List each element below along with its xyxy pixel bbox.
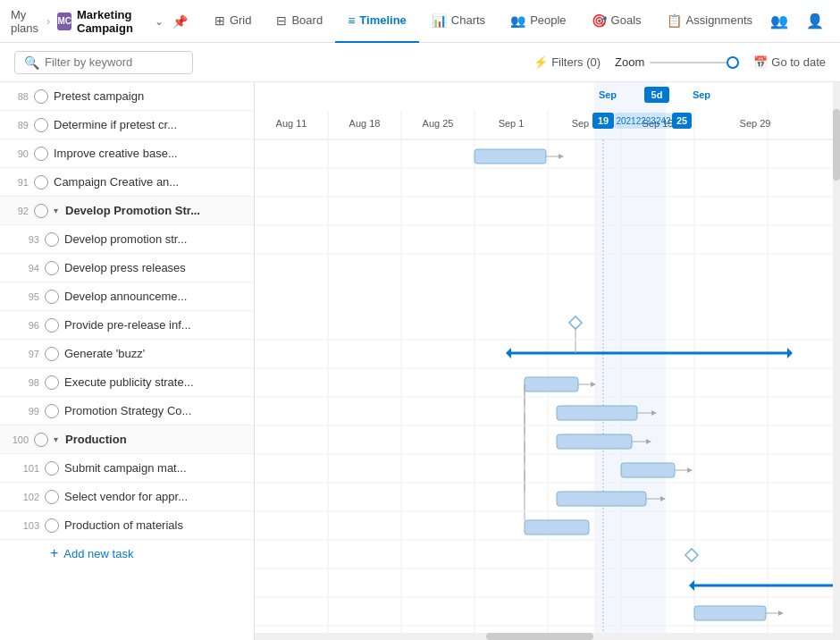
task-name: Pretest campaign bbox=[54, 89, 247, 103]
people-icon: 👥 bbox=[510, 13, 525, 28]
task-row[interactable]: 102 Select vendor for appr... bbox=[0, 483, 254, 511]
task-number: 89 bbox=[7, 120, 29, 131]
task-row[interactable]: 97 Generate 'buzz' bbox=[0, 340, 254, 368]
svg-text:5d: 5d bbox=[651, 89, 663, 100]
tab-goals[interactable]: 🎯 Goals bbox=[579, 0, 654, 43]
task-status-circle[interactable] bbox=[34, 175, 48, 189]
tab-grid-label: Grid bbox=[230, 13, 252, 27]
task-status-circle[interactable] bbox=[45, 290, 59, 304]
scrollbar-thumb[interactable] bbox=[833, 109, 840, 181]
task-name: Develop press releases bbox=[64, 261, 247, 274]
svg-rect-27 bbox=[475, 149, 546, 164]
tab-timeline[interactable]: ≡ Timeline bbox=[335, 0, 419, 43]
breadcrumb: My plans › MC Marketing Campaign ⌄ 📌 bbox=[11, 8, 188, 35]
filter-label: Filters (0) bbox=[551, 55, 601, 69]
task-status-circle[interactable] bbox=[34, 118, 48, 132]
zoom-slider-thumb[interactable] bbox=[727, 56, 739, 69]
task-status-circle[interactable] bbox=[34, 89, 48, 104]
chevron-down-icon[interactable]: ⌄ bbox=[155, 15, 164, 28]
tab-board[interactable]: ⊟ Board bbox=[264, 0, 335, 43]
horizontal-scrollbar[interactable] bbox=[255, 633, 833, 640]
task-name: Production of materials bbox=[64, 518, 247, 532]
task-row[interactable]: 99 Promotion Strategy Co... bbox=[0, 397, 254, 425]
breadcrumb-parent[interactable]: My plans bbox=[11, 8, 39, 35]
task-row[interactable]: 92 ▾ Develop Promotion Str... bbox=[0, 197, 254, 225]
task-number: 101 bbox=[18, 463, 39, 474]
tab-timeline-label: Timeline bbox=[359, 13, 407, 27]
svg-text:Sep 1: Sep 1 bbox=[499, 118, 525, 129]
task-name: Develop promotion str... bbox=[64, 232, 247, 246]
svg-text:Aug 18: Aug 18 bbox=[349, 118, 381, 129]
task-status-circle[interactable] bbox=[45, 461, 59, 476]
task-row[interactable]: 93 Develop promotion str... bbox=[0, 225, 254, 254]
task-number: 99 bbox=[18, 406, 39, 417]
filter-icon: ⚡ bbox=[533, 55, 548, 69]
task-row[interactable]: 98 Execute publicity strate... bbox=[0, 368, 254, 397]
task-row[interactable]: 103 Production of materials bbox=[0, 511, 254, 540]
task-row[interactable]: 88 Pretest campaign bbox=[0, 82, 254, 111]
task-row[interactable]: 89 Determine if pretest cr... bbox=[0, 111, 254, 139]
tab-people[interactable]: 👥 People bbox=[498, 0, 578, 43]
task-status-circle[interactable] bbox=[34, 204, 48, 218]
zoom-label: Zoom bbox=[615, 55, 644, 69]
pin-icon[interactable]: 📌 bbox=[172, 14, 188, 29]
task-status-circle[interactable] bbox=[45, 375, 59, 390]
svg-rect-34 bbox=[525, 377, 578, 392]
goto-date-button[interactable]: 📅 Go to date bbox=[753, 55, 826, 69]
task-row[interactable]: 96 Provide pre-release inf... bbox=[0, 311, 254, 340]
task-number: 94 bbox=[18, 263, 39, 274]
collapse-icon[interactable]: ▾ bbox=[54, 206, 58, 215]
account-button[interactable]: 👤 bbox=[801, 7, 829, 36]
tab-charts[interactable]: 📊 Charts bbox=[419, 0, 498, 43]
svg-text:19: 19 bbox=[598, 115, 609, 126]
collapse-icon[interactable]: ▾ bbox=[54, 434, 58, 444]
share-button[interactable]: 👥 bbox=[765, 7, 794, 36]
task-row[interactable]: 90 Improve creative base... bbox=[0, 139, 254, 168]
task-status-circle[interactable] bbox=[34, 433, 48, 447]
svg-text:20212223242: 20212223242 bbox=[616, 116, 671, 126]
tab-grid[interactable]: ⊞ Grid bbox=[202, 0, 265, 43]
task-row[interactable]: 94 Develop press releases bbox=[0, 254, 254, 282]
task-status-circle[interactable] bbox=[45, 518, 59, 533]
task-row[interactable]: 100 ▾ Production bbox=[0, 425, 254, 454]
task-number: 102 bbox=[18, 492, 39, 502]
tab-board-label: Board bbox=[291, 13, 323, 27]
task-row[interactable]: 101 Submit campaign mat... bbox=[0, 454, 254, 483]
add-task-button[interactable]: + Add new task bbox=[0, 540, 254, 567]
svg-marker-56 bbox=[778, 611, 784, 616]
assignments-icon: 📋 bbox=[667, 13, 682, 28]
task-name: Campaign Creative an... bbox=[54, 175, 247, 189]
task-row[interactable]: 91 Campaign Creative an... bbox=[0, 168, 254, 197]
svg-marker-33 bbox=[787, 348, 793, 358]
goto-label: Go to date bbox=[771, 55, 826, 69]
task-number: 90 bbox=[7, 148, 29, 159]
svg-rect-37 bbox=[557, 406, 637, 420]
task-status-circle[interactable] bbox=[45, 404, 59, 418]
task-row[interactable]: 95 Develop announceme... bbox=[0, 282, 254, 311]
task-status-circle[interactable] bbox=[45, 347, 59, 361]
task-number: 88 bbox=[7, 91, 29, 102]
svg-text:25: 25 bbox=[676, 115, 687, 126]
search-input[interactable] bbox=[45, 55, 183, 69]
zoom-slider-track[interactable] bbox=[650, 62, 739, 63]
task-status-circle[interactable] bbox=[34, 147, 48, 161]
gantt-panel: Sep 5d Sep Aug 11 Aug 18 Aug 25 Sep 1 Se… bbox=[255, 82, 840, 640]
task-name: Improve creative base... bbox=[54, 147, 247, 160]
search-box[interactable]: 🔍 bbox=[14, 51, 193, 74]
task-status-circle[interactable] bbox=[45, 232, 59, 247]
task-status-circle[interactable] bbox=[45, 490, 59, 504]
project-icon: MC bbox=[57, 13, 71, 30]
task-status-circle[interactable] bbox=[45, 261, 59, 275]
horizontal-scrollbar-thumb[interactable] bbox=[486, 633, 593, 640]
task-number: 103 bbox=[18, 520, 39, 531]
svg-marker-45 bbox=[687, 467, 693, 473]
filter-button[interactable]: ⚡ Filters (0) bbox=[533, 55, 601, 69]
task-list: 88 Pretest campaign 89 Determine if pret… bbox=[0, 82, 255, 640]
toolbar-right: ⚡ Filters (0) Zoom 📅 Go to date bbox=[533, 55, 826, 69]
svg-marker-29 bbox=[559, 154, 564, 159]
svg-rect-43 bbox=[621, 463, 675, 477]
vertical-scrollbar[interactable] bbox=[833, 82, 840, 640]
tab-assignments[interactable]: 📋 Assignments bbox=[654, 0, 765, 43]
goals-icon: 🎯 bbox=[592, 13, 607, 28]
task-status-circle[interactable] bbox=[45, 318, 59, 333]
